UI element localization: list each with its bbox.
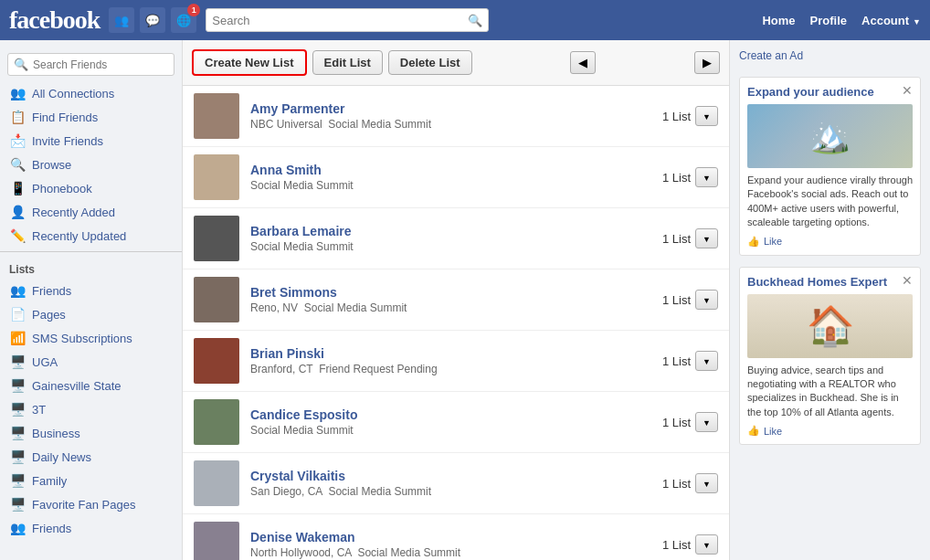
sidebar-item-all-connections[interactable]: 👥 All Connections: [0, 81, 182, 105]
friends-nav-icon[interactable]: 👥: [109, 7, 134, 33]
sidebar-item-uga[interactable]: 🖥️ UGA: [0, 350, 182, 374]
lists-section-title: Lists: [0, 256, 182, 279]
friend-name[interactable]: Anna Smith: [250, 163, 651, 177]
sidebar-item-favorite-fan-pages[interactable]: 🖥️ Favorite Fan Pages: [0, 492, 182, 516]
sidebar-item-business[interactable]: 🖥️ Business: [0, 421, 182, 445]
friend-subtitle: Social Media Summit: [250, 179, 651, 192]
sidebar-item-browse[interactable]: 🔍 Browse: [0, 153, 182, 176]
sidebar-item-label: Friends: [32, 284, 71, 298]
friend-list-count: 1 List: [662, 351, 718, 371]
like-icon: 👍: [747, 425, 760, 437]
friend-subtitle: Social Media Summit: [250, 424, 651, 437]
ad1-close-button[interactable]: ✕: [902, 83, 913, 98]
friend-name[interactable]: Bret Simmons: [250, 285, 651, 300]
delete-list-button[interactable]: Delete List: [388, 50, 472, 75]
friends2-icon: 👥: [9, 521, 26, 535]
ad1-like-button[interactable]: 👍 Like: [747, 236, 913, 248]
list-dropdown-button[interactable]: [695, 106, 718, 126]
profile-nav-link[interactable]: Profile: [810, 14, 847, 27]
search-input[interactable]: [212, 14, 468, 27]
avatar: [194, 460, 239, 506]
sidebar-item-family[interactable]: 🖥️ Family: [0, 469, 182, 492]
create-ad-link[interactable]: Create an Ad: [739, 49, 921, 62]
friend-row: Denise Wakeman North Hollywood, CA Socia…: [183, 514, 729, 560]
ad2-like-button[interactable]: 👍 Like: [747, 425, 913, 437]
friend-name[interactable]: Brian Pinski: [250, 346, 651, 361]
recently-added-icon: 👤: [9, 205, 26, 219]
friend-list-toolbar: Create New List Edit List Delete List: [183, 40, 729, 86]
notifications-nav-icon[interactable]: 🌐 1: [171, 7, 196, 33]
friend-row: Anna Smith Social Media Summit 1 List: [183, 147, 729, 208]
friend-info: Candice Esposito Social Media Summit: [250, 407, 651, 437]
sidebar-item-label: All Connections: [32, 87, 114, 100]
left-sidebar: 🔍 👥 All Connections 📋 Find Friends 📩 Inv…: [0, 40, 183, 560]
friend-name[interactable]: Candice Esposito: [250, 407, 651, 422]
list-dropdown-button[interactable]: [695, 290, 718, 310]
sidebar-item-phonebook[interactable]: 📱 Phonebook: [0, 176, 182, 200]
avatar: [194, 93, 239, 139]
sidebar-item-recently-added[interactable]: 👤 Recently Added: [0, 200, 182, 224]
ad1-image: [747, 104, 913, 168]
messages-nav-icon[interactable]: 💬: [140, 7, 165, 33]
sidebar-item-label: SMS Subscriptions: [32, 332, 132, 345]
nav-icon-group: 👥 💬 🌐 1: [109, 7, 196, 33]
friend-info: Barbara Lemaire Social Media Summit: [250, 224, 651, 253]
chevron-right-icon: [703, 56, 712, 69]
friend-subtitle: San Diego, CA Social Media Summit: [250, 485, 651, 498]
sidebar-item-3t[interactable]: 🖥️ 3T: [0, 397, 182, 421]
uga-icon: 🖥️: [9, 354, 26, 369]
search-bar: 🔍: [206, 8, 489, 32]
search-friends-bar: 🔍: [7, 53, 174, 76]
ad2-title: Buckhead Homes Expert: [747, 275, 913, 289]
sidebar-item-find-friends[interactable]: 📋 Find Friends: [0, 105, 182, 129]
sidebar-item-daily-news[interactable]: 🖥️ Daily News: [0, 445, 182, 469]
browse-icon: 🔍: [9, 157, 26, 172]
ad2-close-button[interactable]: ✕: [902, 273, 913, 288]
friend-info: Bret Simmons Reno, NV Social Media Summi…: [250, 285, 651, 314]
invite-friends-icon: 📩: [9, 133, 26, 148]
next-page-button[interactable]: [694, 51, 720, 74]
edit-list-button[interactable]: Edit List: [312, 50, 383, 75]
friends-list-icon: 👥: [9, 283, 26, 298]
friend-list-count: 1 List: [662, 290, 718, 310]
sidebar-item-pages[interactable]: 📄 Pages: [0, 302, 182, 326]
sidebar-item-label: Friends: [32, 522, 71, 535]
friend-name[interactable]: Crystal Vilkaitis: [250, 469, 651, 483]
sidebar-item-recently-updated[interactable]: ✏️ Recently Updated: [0, 224, 182, 248]
friend-row: Crystal Vilkaitis San Diego, CA Social M…: [183, 453, 729, 514]
create-new-list-button[interactable]: Create New List: [192, 49, 307, 76]
friend-row: Candice Esposito Social Media Summit 1 L…: [183, 392, 729, 453]
list-dropdown-button[interactable]: [695, 412, 718, 432]
search-submit-button[interactable]: 🔍: [468, 14, 482, 27]
sidebar-item-friends-2[interactable]: 👥 Friends: [0, 516, 182, 540]
list-dropdown-button[interactable]: [695, 167, 718, 187]
friend-info: Brian Pinski Branford, CT Friend Request…: [250, 346, 651, 375]
account-menu[interactable]: Account: [861, 14, 921, 27]
friend-info: Denise Wakeman North Hollywood, CA Socia…: [250, 530, 651, 559]
friend-subtitle: Branford, CT Friend Request Pending: [250, 363, 651, 375]
friend-name[interactable]: Denise Wakeman: [250, 530, 651, 544]
ad-card-2: Buckhead Homes Expert ✕ Buying advice, s…: [739, 267, 921, 446]
search-friends-input[interactable]: [33, 58, 168, 71]
sidebar-item-label: Daily News: [32, 450, 91, 464]
friend-list-count: 1 List: [662, 412, 718, 432]
prev-page-button[interactable]: [570, 51, 596, 74]
sidebar-divider: [0, 251, 182, 252]
sidebar-item-invite-friends[interactable]: 📩 Invite Friends: [0, 129, 182, 153]
sidebar-item-gainesville-state[interactable]: 🖥️ Gainesville State: [0, 374, 182, 397]
home-nav-link[interactable]: Home: [762, 14, 795, 27]
sidebar-item-label: Phonebook: [32, 182, 92, 195]
ad-card-1: Expand your audience ✕ Expand your audie…: [739, 77, 921, 256]
list-dropdown-button[interactable]: [695, 351, 718, 371]
sidebar-item-sms-subscriptions[interactable]: 📶 SMS Subscriptions: [0, 326, 182, 350]
friend-name[interactable]: Barbara Lemaire: [250, 224, 651, 238]
list-dropdown-button[interactable]: [695, 473, 718, 493]
list-dropdown-button[interactable]: [695, 534, 718, 555]
sidebar-item-friends[interactable]: 👥 Friends: [0, 279, 182, 302]
list-dropdown-button[interactable]: [695, 228, 718, 248]
friend-row: Brian Pinski Branford, CT Friend Request…: [183, 331, 729, 392]
main-content: Create New List Edit List Delete List Am…: [183, 40, 729, 560]
chevron-left-icon: [578, 56, 587, 69]
friend-name[interactable]: Amy Parmenter: [250, 101, 651, 116]
avatar: [194, 338, 239, 384]
